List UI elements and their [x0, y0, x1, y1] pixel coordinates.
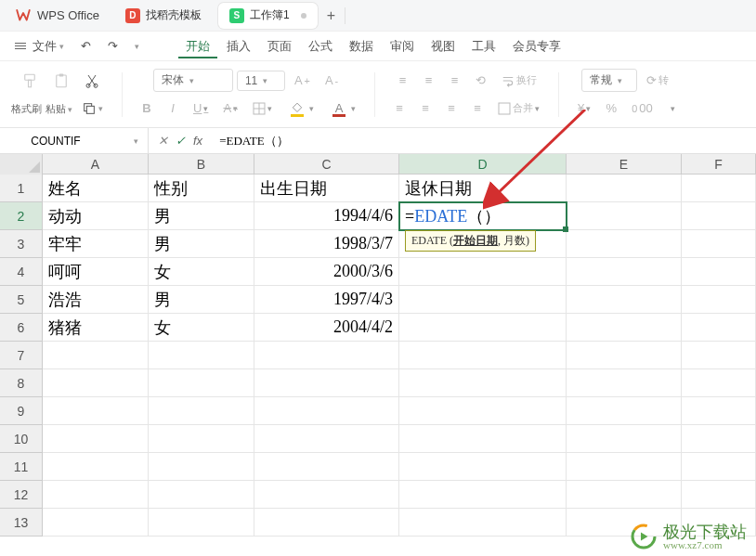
align-bottom-icon[interactable]: ≡ — [444, 70, 466, 91]
menu-review[interactable]: 审阅 — [383, 34, 422, 58]
cell[interactable] — [399, 453, 567, 481]
rotate-button[interactable]: ⟳转 — [641, 70, 674, 91]
fx-icon[interactable]: fx — [193, 134, 202, 148]
cell[interactable] — [682, 342, 756, 369]
chevron-down-icon[interactable]: ▾ — [134, 136, 138, 146]
cell[interactable] — [399, 397, 567, 425]
row-header[interactable]: 6 — [0, 314, 43, 342]
cell[interactable] — [254, 425, 399, 453]
cell[interactable] — [567, 202, 682, 230]
cell[interactable]: 呵呵 — [43, 258, 149, 286]
col-header-E[interactable]: E — [567, 154, 682, 174]
cell[interactable] — [149, 397, 254, 425]
cell[interactable] — [43, 425, 149, 453]
align-right-icon[interactable]: ≡ — [440, 97, 463, 119]
cell[interactable] — [254, 342, 399, 369]
cell[interactable] — [682, 397, 756, 425]
name-box-input[interactable] — [9, 135, 102, 148]
row-header[interactable]: 13 — [0, 509, 43, 537]
decrease-font-icon[interactable]: A- — [319, 70, 344, 91]
italic-button[interactable]: I — [162, 97, 184, 119]
cell[interactable] — [399, 342, 567, 369]
menu-redo[interactable]: ↷ — [100, 35, 125, 57]
cell[interactable] — [254, 453, 399, 481]
cell[interactable] — [682, 286, 756, 314]
currency-icon[interactable]: ¥▾ — [572, 97, 596, 119]
cell[interactable] — [682, 258, 756, 286]
cell[interactable] — [567, 258, 682, 286]
cell[interactable]: 动动 — [43, 202, 149, 230]
formula-input[interactable] — [212, 134, 756, 149]
align-left-icon[interactable]: ≡ — [388, 97, 411, 119]
cell[interactable] — [567, 286, 682, 314]
menu-formula[interactable]: 公式 — [301, 34, 340, 58]
cell[interactable] — [43, 509, 149, 537]
menu-view[interactable]: 视图 — [424, 34, 463, 58]
cell[interactable]: 姓名 — [43, 175, 149, 202]
bold-button[interactable]: B — [136, 97, 158, 119]
hamburger-menu[interactable]: 文件▾ — [7, 34, 72, 58]
cell[interactable] — [254, 397, 399, 425]
cell[interactable]: 牢牢 — [43, 230, 149, 258]
col-header-A[interactable]: A — [43, 154, 149, 174]
tab-template[interactable]: D 找稻壳模板 — [114, 3, 213, 29]
cell[interactable]: 男 — [149, 202, 254, 230]
number-format-select[interactable]: 常规▾ — [581, 69, 637, 92]
cell[interactable]: 浩浩 — [43, 286, 149, 314]
cell[interactable] — [149, 453, 254, 481]
cell[interactable]: 退休日期 — [399, 175, 567, 202]
menu-tools[interactable]: 工具 — [464, 34, 503, 58]
cell[interactable] — [567, 314, 682, 342]
percent-icon[interactable]: % — [600, 97, 622, 119]
cell[interactable]: 1998/3/7 — [254, 230, 399, 258]
wrap-text-button[interactable]: 换行 — [496, 70, 542, 91]
fill-color-button[interactable]: ▾ — [281, 95, 319, 123]
cell[interactable] — [149, 481, 254, 509]
cell[interactable]: 出生日期 — [254, 175, 399, 202]
cell[interactable]: 2004/4/2 — [254, 314, 399, 342]
cell[interactable] — [399, 286, 567, 314]
cell[interactable] — [567, 453, 682, 481]
menu-member[interactable]: 会员专享 — [505, 34, 568, 58]
cell[interactable] — [682, 202, 756, 230]
cell[interactable]: 1994/4/6 — [254, 202, 399, 230]
col-header-F[interactable]: F — [682, 154, 756, 174]
cell[interactable] — [43, 397, 149, 425]
menu-dropdown[interactable]: ▾ — [127, 38, 147, 55]
cell[interactable] — [682, 453, 756, 481]
col-header-C[interactable]: C — [254, 154, 399, 174]
menu-data[interactable]: 数据 — [342, 34, 381, 58]
tooltip-arg-2[interactable]: 月数 — [503, 234, 526, 247]
cell[interactable]: 男 — [149, 230, 254, 258]
select-all-corner[interactable] — [0, 154, 43, 175]
cell[interactable] — [682, 175, 756, 202]
cell[interactable] — [254, 481, 399, 509]
tab-workbook[interactable]: S 工作簿1 — [218, 3, 318, 29]
font-name-select[interactable]: 宋体▾ — [153, 69, 233, 92]
cell[interactable] — [399, 258, 567, 286]
increase-font-icon[interactable]: A+ — [289, 70, 316, 91]
menu-undo[interactable]: ↶ — [73, 35, 98, 57]
row-header[interactable]: 11 — [0, 453, 43, 481]
row-header[interactable]: 3 — [0, 230, 43, 258]
comma-icon[interactable]: 000 — [626, 97, 658, 119]
cell[interactable] — [43, 369, 149, 397]
cell[interactable] — [149, 342, 254, 369]
cell[interactable] — [682, 314, 756, 342]
cell[interactable]: 性别 — [149, 175, 254, 202]
underline-button[interactable]: U ▾ — [188, 97, 214, 119]
row-header[interactable]: 1 — [0, 175, 43, 202]
cell[interactable] — [399, 509, 567, 537]
cell[interactable] — [254, 509, 399, 537]
cell[interactable] — [43, 453, 149, 481]
cell[interactable] — [567, 369, 682, 397]
cell[interactable]: 猪猪 — [43, 314, 149, 342]
cell[interactable] — [567, 230, 682, 258]
cell[interactable] — [149, 425, 254, 453]
merge-button[interactable]: 合并▾ — [492, 97, 545, 119]
indent-icon[interactable]: ≡ — [466, 97, 489, 119]
border-button[interactable]: ▾ — [247, 98, 278, 119]
align-center-icon[interactable]: ≡ — [414, 97, 437, 119]
row-header[interactable]: 8 — [0, 369, 43, 397]
menu-page[interactable]: 页面 — [260, 34, 299, 58]
